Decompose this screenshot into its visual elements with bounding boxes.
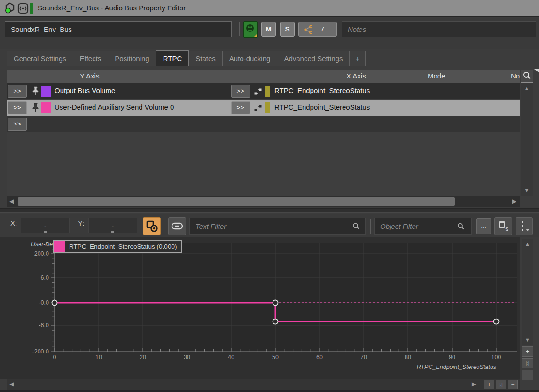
svg-text:100: 100 bbox=[492, 354, 501, 361]
legend-label: RTPC_Endpoint_StereoStatus (0.000) bbox=[69, 243, 177, 250]
graph-horizontal-scrollbar[interactable]: ◀ ▶ + |:| − bbox=[7, 379, 520, 390]
solo-button[interactable]: S bbox=[280, 22, 295, 37]
zoom-out-horizontal-button[interactable]: − bbox=[508, 380, 518, 389]
svg-text:40: 40 bbox=[228, 354, 234, 361]
scroll-up-icon[interactable]: ▲ bbox=[521, 86, 533, 91]
column-header-notes[interactable]: No bbox=[511, 72, 520, 80]
expand-row-button[interactable]: >> bbox=[8, 85, 27, 98]
game-syncs-icon: s bbox=[495, 218, 512, 235]
tab-advanced-settings[interactable]: Advanced Settings bbox=[277, 51, 350, 66]
x-input-nub bbox=[44, 231, 47, 233]
zoom-fit-vertical-button[interactable]: |:| bbox=[522, 358, 533, 368]
y-axis-color-swatch[interactable] bbox=[41, 102, 51, 113]
svg-text:70: 70 bbox=[360, 354, 367, 361]
rtpc-table-row[interactable]: >> User-Defined Auxiliary Send Volume 0 … bbox=[7, 100, 520, 116]
game-object-mode-button[interactable] bbox=[143, 217, 161, 235]
expand-curve-button[interactable]: >> bbox=[231, 101, 250, 114]
panel-flag-icon[interactable] bbox=[534, 69, 539, 72]
rtpc-curve-icon-wrap bbox=[254, 103, 262, 112]
more-options-button[interactable]: ... bbox=[476, 218, 491, 234]
x-axis-parameter-name: RTPC_Endpoint_StereoStatus bbox=[274, 103, 370, 111]
rtpc-curve-chart[interactable]: 200.06.0-0.0-6.0-200.0010203040506070809… bbox=[0, 237, 520, 379]
link-button[interactable] bbox=[168, 217, 186, 235]
column-header-mode[interactable]: Mode bbox=[428, 72, 445, 80]
rtpc-table-row[interactable]: >> Output Bus Volume >> RTPC_Endpoint_St… bbox=[7, 83, 520, 99]
curve-point[interactable] bbox=[273, 300, 278, 306]
tab-positioning[interactable]: Positioning bbox=[108, 51, 156, 66]
search-icon bbox=[352, 222, 360, 231]
zoom-fit-horizontal-button[interactable]: |:| bbox=[496, 380, 506, 389]
y-coordinate-label: Y: bbox=[78, 219, 84, 227]
bus-color-accent bbox=[30, 3, 33, 14]
svg-text:0: 0 bbox=[53, 354, 56, 361]
scroll-left-icon[interactable]: ◀ bbox=[9, 381, 14, 387]
tab-rtpc[interactable]: RTPC bbox=[156, 50, 189, 66]
object-toolbar: M S 7 bbox=[0, 18, 539, 49]
table-vertical-scrollbar[interactable]: ▲ ▼ bbox=[521, 83, 533, 196]
graph-vertical-scrollbar[interactable]: ▲ ▼ bbox=[522, 239, 533, 345]
pin-icon bbox=[31, 86, 40, 96]
column-header-y-axis[interactable]: Y Axis bbox=[80, 72, 99, 80]
object-name-input[interactable] bbox=[5, 21, 232, 37]
curve-point[interactable] bbox=[494, 319, 499, 324]
table-search-button[interactable] bbox=[521, 70, 533, 83]
y-input-nub bbox=[111, 231, 114, 233]
rtpc-table-row[interactable]: >> bbox=[7, 116, 520, 132]
scroll-down-icon[interactable]: ▼ bbox=[521, 188, 533, 193]
column-header-x-axis[interactable]: X Axis bbox=[346, 72, 366, 80]
pin-toggle[interactable] bbox=[31, 86, 40, 96]
expand-row-button[interactable]: >> bbox=[8, 101, 27, 114]
search-icon bbox=[521, 70, 533, 82]
x-axis-color-swatch[interactable] bbox=[265, 102, 270, 113]
notes-input[interactable] bbox=[342, 21, 536, 37]
rtpc-share-icon bbox=[303, 25, 313, 34]
svg-text:50: 50 bbox=[272, 354, 279, 361]
pin-toggle[interactable] bbox=[31, 102, 40, 113]
zoom-in-vertical-button[interactable]: + bbox=[522, 346, 533, 357]
zoom-in-horizontal-button[interactable]: + bbox=[484, 380, 494, 389]
x-coordinate-label: X: bbox=[10, 219, 17, 227]
pin-icon bbox=[31, 102, 40, 113]
audio-bus-property-editor-window: SoundxR_Env_Bus - Audio Bus Property Edi… bbox=[0, 0, 539, 392]
toolbar-separator bbox=[239, 22, 240, 36]
table-horizontal-scrollbar[interactable]: ◀ ▶ bbox=[7, 196, 520, 207]
text-filter-input[interactable] bbox=[189, 218, 366, 235]
svg-text:10: 10 bbox=[95, 354, 102, 361]
scroll-right-icon[interactable]: ▶ bbox=[472, 381, 476, 387]
scrollbar-thumb[interactable] bbox=[18, 197, 455, 206]
scroll-right-icon[interactable]: ▶ bbox=[512, 198, 516, 204]
scroll-up-icon[interactable]: ▲ bbox=[522, 241, 533, 247]
rtpc-table-body: >> Output Bus Volume >> RTPC_Endpoint_St… bbox=[7, 83, 520, 196]
expand-curve-button[interactable]: >> bbox=[231, 85, 250, 98]
menu-button[interactable] bbox=[516, 217, 533, 235]
toolbar-separator bbox=[370, 219, 371, 234]
curve-point[interactable] bbox=[273, 319, 278, 324]
tab-add-button[interactable]: + bbox=[350, 51, 366, 66]
legend-color-swatch bbox=[54, 241, 65, 252]
rtpc-count-badge[interactable]: 7 bbox=[298, 22, 337, 37]
curve-legend[interactable]: RTPC_Endpoint_StereoStatus (0.000) bbox=[53, 240, 182, 253]
rtpc-count-value: 7 bbox=[320, 25, 324, 33]
tab-auto-ducking[interactable]: Auto-ducking bbox=[223, 51, 278, 66]
search-icon bbox=[457, 222, 465, 231]
game-syncs-button[interactable]: s bbox=[494, 217, 512, 235]
window-bottom-edge bbox=[0, 390, 539, 392]
scroll-down-icon[interactable]: ▼ bbox=[522, 337, 533, 343]
svg-text:200.0: 200.0 bbox=[34, 251, 49, 257]
tab-states[interactable]: States bbox=[189, 51, 223, 66]
curve-point[interactable] bbox=[52, 300, 57, 306]
tab-general-settings[interactable]: General Settings bbox=[7, 51, 73, 66]
expand-row-button[interactable]: >> bbox=[8, 118, 27, 131]
zoom-out-vertical-button[interactable]: − bbox=[522, 370, 533, 380]
speaker-icon bbox=[17, 2, 29, 15]
tab-effects[interactable]: Effects bbox=[73, 51, 109, 66]
scroll-left-icon[interactable]: ◀ bbox=[9, 198, 14, 204]
title-bar[interactable]: SoundxR_Env_Bus - Audio Bus Property Edi… bbox=[0, 0, 539, 17]
x-axis-color-swatch[interactable] bbox=[265, 86, 270, 97]
svg-text:60: 60 bbox=[316, 354, 323, 361]
svg-text:30: 30 bbox=[184, 354, 190, 361]
mute-button[interactable]: M bbox=[261, 22, 276, 37]
y-axis-color-swatch[interactable] bbox=[41, 86, 51, 97]
object-color-button[interactable] bbox=[243, 21, 258, 38]
panel-splitter[interactable] bbox=[0, 208, 539, 213]
